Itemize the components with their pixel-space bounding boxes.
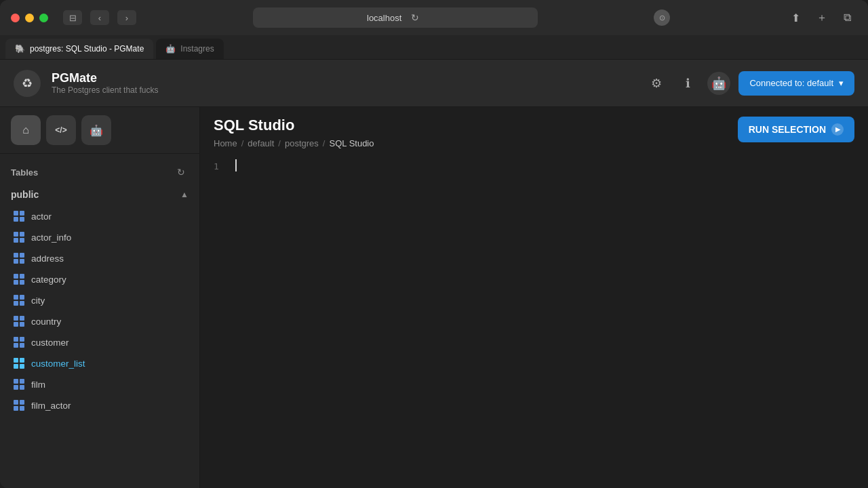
schema-name: public <box>11 189 39 200</box>
titlebar-actions: ⬆ ＋ ⧉ <box>787 8 857 27</box>
editor-area: SQL Studio Home / default / postgres / S… <box>200 107 868 488</box>
table-icon-actor-info <box>14 232 24 243</box>
sidebar-nav-code[interactable]: </> <box>46 115 76 145</box>
line-numbers: 1 <box>214 159 219 174</box>
settings-button[interactable]: ⚙ <box>645 72 668 95</box>
table-name-city: city <box>31 296 45 306</box>
close-window-button[interactable] <box>11 14 20 22</box>
run-selection-label: RUN SELECTION <box>749 124 826 135</box>
url-text: localhost <box>367 13 401 23</box>
table-icon-country <box>14 316 24 327</box>
table-icon-film-actor <box>14 400 24 411</box>
user-avatar[interactable]: 🤖 <box>707 72 730 95</box>
share-button[interactable]: ⬆ <box>787 8 806 27</box>
tab-instagres[interactable]: 🤖 Instagres <box>156 39 223 59</box>
table-list: actor actor_info <box>5 204 194 418</box>
main-content: ⌂ </> 🤖 Tables ↻ public ▲ <box>0 107 868 488</box>
table-icon-category <box>14 274 24 285</box>
instagres-tab-icon: 🤖 <box>165 44 175 54</box>
editor-header: SQL Studio Home / default / postgres / S… <box>200 107 868 148</box>
table-item-category[interactable]: category <box>5 269 194 289</box>
logo-icon: ♻ <box>22 76 33 91</box>
table-name-customer: customer <box>31 338 69 348</box>
sidebar: ⌂ </> 🤖 Tables ↻ public ▲ <box>0 107 200 488</box>
table-name-country: country <box>31 317 61 327</box>
tab-label-postgres: postgres: SQL Studio - PGMate <box>30 44 144 54</box>
editor-body: 1 <box>200 148 868 488</box>
table-item-film[interactable]: film <box>5 374 194 394</box>
tab-overview-button[interactable]: ⧉ <box>838 8 857 27</box>
table-icon-address <box>14 253 24 264</box>
connection-dropdown[interactable]: Connected to: default ▾ <box>738 71 854 96</box>
table-icon-city <box>14 295 24 306</box>
tables-header: Tables ↻ <box>0 162 199 185</box>
breadcrumb-home[interactable]: Home <box>214 138 237 148</box>
breadcrumb-postgres[interactable]: postgres <box>285 138 319 148</box>
table-item-customer-list[interactable]: customer_list <box>5 353 194 373</box>
table-icon-actor <box>14 211 24 222</box>
line-number-1: 1 <box>214 159 219 174</box>
table-name-film: film <box>31 380 45 390</box>
table-item-film-actor[interactable]: film_actor <box>5 395 194 415</box>
schema-section: public ▲ actor <box>0 185 199 418</box>
app-name: PGMate <box>52 71 158 85</box>
table-item-actor-info[interactable]: actor_info <box>5 227 194 247</box>
play-icon: ▶ <box>831 123 844 136</box>
page-title: SQL Studio <box>214 117 374 134</box>
tables-section: Tables ↻ public ▲ act <box>0 154 199 488</box>
tables-label: Tables <box>11 167 38 178</box>
table-item-address[interactable]: address <box>5 248 194 268</box>
breadcrumb-sep-3: / <box>323 138 326 148</box>
app-logo: ♻ <box>14 70 41 97</box>
minimize-window-button[interactable] <box>25 14 34 22</box>
breadcrumb-sep-1: / <box>241 138 244 148</box>
table-name-film-actor: film_actor <box>31 401 71 411</box>
sidebar-toggle-button[interactable]: ⊟ <box>63 10 82 25</box>
table-item-actor[interactable]: actor <box>5 206 194 226</box>
app-header: ♻ PGMate The Postgres client that fucks … <box>0 60 868 107</box>
page-title-block: SQL Studio Home / default / postgres / S… <box>214 117 374 148</box>
table-item-customer[interactable]: customer <box>5 332 194 352</box>
sidebar-nav-home[interactable]: ⌂ <box>11 115 41 145</box>
breadcrumb: Home / default / postgres / SQL Studio <box>214 138 374 148</box>
info-button[interactable]: ℹ <box>676 72 699 95</box>
tabbar: 🐘 postgres: SQL Studio - PGMate 🤖 Instag… <box>0 35 868 60</box>
schema-chevron-icon: ▲ <box>180 190 189 199</box>
sql-editor[interactable] <box>235 159 857 488</box>
back-button[interactable]: ‹ <box>90 10 109 25</box>
table-name-actor: actor <box>31 211 52 222</box>
table-item-city[interactable]: city <box>5 290 194 310</box>
table-name-category: category <box>31 274 66 285</box>
dropdown-chevron-icon: ▾ <box>839 78 844 88</box>
sidebar-nav-robot[interactable]: 🤖 <box>81 115 111 145</box>
app-window: ⊟ ‹ › localhost ↻ ⊙ ⬆ ＋ ⧉ 🐘 postgres: SQ… <box>0 0 868 488</box>
tab-postgres-sql-studio[interactable]: 🐘 postgres: SQL Studio - PGMate <box>5 39 153 59</box>
maximize-window-button[interactable] <box>39 14 48 22</box>
forward-button[interactable]: › <box>117 10 136 25</box>
table-name-actor-info: actor_info <box>31 232 71 243</box>
run-selection-button[interactable]: RUN SELECTION ▶ <box>738 117 854 142</box>
table-name-customer-list: customer_list <box>31 359 85 369</box>
table-icon-film <box>14 379 24 390</box>
tab-label-instagres: Instagres <box>180 44 214 54</box>
new-tab-button[interactable]: ＋ <box>812 8 831 27</box>
reload-button[interactable]: ↻ <box>407 9 423 26</box>
address-bar[interactable]: localhost ↻ <box>253 7 538 28</box>
schema-header-public[interactable]: public ▲ <box>5 185 194 204</box>
table-item-country[interactable]: country <box>5 311 194 331</box>
breadcrumb-default[interactable]: default <box>248 138 274 148</box>
app-title-block: PGMate The Postgres client that fucks <box>52 71 158 95</box>
titlebar: ⊟ ‹ › localhost ↻ ⊙ ⬆ ＋ ⧉ <box>0 0 868 35</box>
table-name-address: address <box>31 253 64 264</box>
connection-label: Connected to: default <box>749 78 833 88</box>
breadcrumb-sep-2: / <box>278 138 281 148</box>
traffic-lights <box>11 14 48 22</box>
refresh-tables-button[interactable]: ↻ <box>174 165 189 180</box>
sidebar-nav: ⌂ </> 🤖 <box>0 107 199 154</box>
app-subtitle: The Postgres client that fucks <box>52 85 158 95</box>
table-icon-customer-list <box>14 358 24 369</box>
breadcrumb-current: SQL Studio <box>329 138 374 148</box>
nav-controls: ⊟ <box>63 10 82 25</box>
postgres-tab-icon: 🐘 <box>15 44 24 54</box>
security-icon: ⊙ <box>654 9 670 26</box>
